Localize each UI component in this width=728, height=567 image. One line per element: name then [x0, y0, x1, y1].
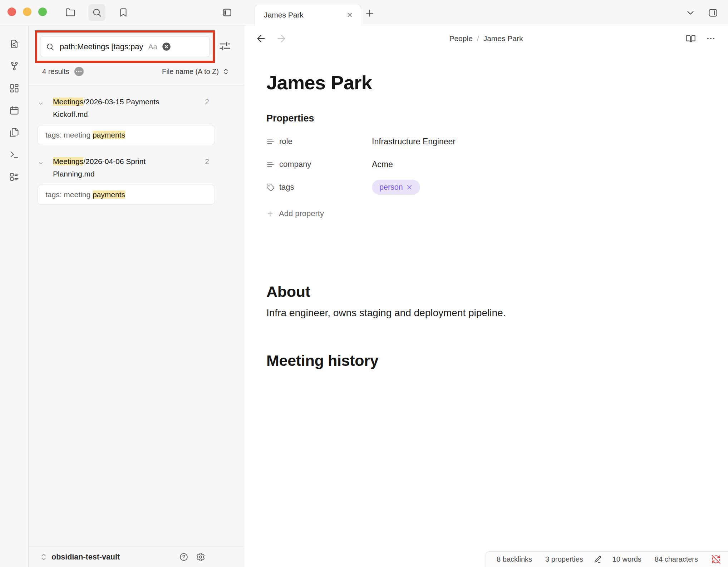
tab-james-park[interactable]: James Park	[255, 4, 361, 26]
sync-error-icon[interactable]	[711, 554, 721, 564]
graph-icon	[9, 61, 19, 71]
layout-list-ribbon-button[interactable]	[9, 172, 19, 182]
vault-footer: obsidian-test-vault	[29, 547, 244, 567]
more-options-button[interactable]	[706, 34, 716, 44]
files-icon	[9, 128, 19, 138]
sort-order-control[interactable]: File name (A to Z)	[162, 68, 230, 76]
result-match-count: 2	[205, 95, 215, 108]
results-count: 4 results	[42, 68, 69, 76]
tab-list-button[interactable]	[685, 8, 696, 18]
chevron-down-icon	[38, 160, 44, 166]
breadcrumb-current[interactable]: James Park	[483, 34, 523, 43]
match-case-toggle[interactable]: Aa	[148, 43, 158, 51]
search-pane: path:Meetings [tags:pay Aa 4 results Fil…	[29, 25, 244, 567]
files-explorer-button[interactable]	[62, 4, 79, 21]
close-icon	[346, 11, 353, 19]
ellipsis-icon	[706, 34, 716, 44]
sort-order-label: File name (A to Z)	[162, 68, 219, 76]
tab-title: James Park	[264, 11, 344, 19]
book-open-icon	[686, 34, 696, 44]
character-count[interactable]: 84 characters	[655, 555, 698, 563]
terminal-icon	[9, 150, 19, 160]
collapse-result-icon[interactable]	[38, 155, 47, 166]
file-search-ribbon-button[interactable]	[9, 39, 19, 49]
search-tab-button[interactable]	[88, 4, 105, 21]
zoom-window-button[interactable]	[38, 8, 47, 16]
clear-search-button[interactable]	[162, 42, 171, 51]
plus-icon	[364, 8, 375, 19]
properties-heading: Properties	[266, 113, 728, 124]
search-query-text: path:Meetings [tags:pay	[60, 42, 143, 51]
gear-icon	[196, 552, 205, 562]
result-match-snippet[interactable]: tags: meeting payments	[38, 185, 215, 205]
word-count[interactable]: 10 words	[613, 555, 641, 563]
sliders-icon	[218, 40, 231, 53]
result-match-count: 2	[205, 155, 215, 168]
result-file-path: Meetings/2026-03-15 Payments Kickoff.md	[53, 95, 182, 120]
toggle-right-sidebar-button[interactable]	[708, 8, 718, 18]
settings-button[interactable]	[196, 552, 205, 562]
main-pane: James Park People /	[244, 0, 728, 567]
breadcrumb-parent[interactable]: People	[449, 34, 472, 43]
breadcrumb-separator: /	[477, 34, 479, 43]
toggle-left-sidebar-button[interactable]	[218, 4, 236, 21]
bookmark-icon	[118, 8, 128, 18]
search-input[interactable]: path:Meetings [tags:pay Aa	[40, 36, 210, 57]
result-file-title[interactable]: Meetings/2026-03-15 Payments Kickoff.md …	[38, 95, 215, 120]
property-value[interactable]: Infrastructure Engineer	[372, 137, 456, 146]
chevrons-up-down-icon	[222, 68, 230, 75]
results-more-badge[interactable]	[74, 67, 84, 76]
dashboard-icon	[9, 83, 19, 93]
property-value[interactable]: Acme	[372, 160, 393, 169]
text-property-icon	[266, 138, 275, 146]
search-icon	[92, 8, 102, 18]
reading-view-button[interactable]	[686, 34, 696, 44]
plus-icon	[266, 210, 274, 218]
close-window-button[interactable]	[8, 8, 16, 16]
vault-name[interactable]: obsidian-test-vault	[51, 553, 120, 562]
note-editor[interactable]: James Park Properties role Infrastructur…	[244, 52, 728, 567]
canvas-ribbon-button[interactable]	[9, 83, 19, 93]
breadcrumb: People / James Park	[244, 25, 728, 52]
tag-pill-person[interactable]: person	[372, 180, 420, 195]
property-key[interactable]: role	[266, 137, 372, 146]
templates-ribbon-button[interactable]	[9, 128, 19, 138]
annotation-highlight-box: path:Meetings [tags:pay Aa	[35, 30, 215, 63]
search-icon	[46, 43, 54, 51]
search-settings-button[interactable]	[218, 40, 231, 53]
result-file-title[interactable]: Meetings/2026-04-06 Sprint Planning.md 2	[38, 155, 215, 180]
property-key[interactable]: tags	[266, 183, 372, 192]
remove-tag-icon[interactable]	[406, 184, 413, 190]
daily-note-ribbon-button[interactable]	[9, 105, 19, 115]
bookmarks-button[interactable]	[115, 4, 132, 21]
new-tab-button[interactable]	[364, 8, 375, 19]
backlinks-count[interactable]: 8 backlinks	[497, 555, 532, 563]
vault-switcher-button[interactable]	[39, 553, 48, 561]
pencil-icon	[594, 555, 602, 564]
chevron-down-icon	[38, 100, 44, 107]
file-search-icon	[9, 39, 19, 49]
about-heading: About	[266, 283, 728, 300]
help-circle-icon	[179, 552, 188, 562]
x-circle-icon	[162, 42, 171, 51]
close-tab-button[interactable]	[344, 10, 355, 20]
text-property-icon	[266, 160, 275, 169]
collapse-result-icon[interactable]	[38, 95, 47, 107]
minimize-window-button[interactable]	[23, 8, 31, 16]
panel-right-icon	[708, 8, 718, 18]
properties-count[interactable]: 3 properties	[545, 555, 583, 563]
result-file-path: Meetings/2026-04-06 Sprint Planning.md	[53, 155, 182, 180]
tab-bar: James Park	[244, 0, 728, 25]
terminal-ribbon-button[interactable]	[9, 150, 19, 160]
result-match-snippet[interactable]: tags: meeting payments	[38, 125, 215, 145]
panel-left-icon	[222, 7, 232, 18]
calendar-icon	[9, 105, 19, 115]
status-bar: 8 backlinks 3 properties 10 words 84 cha…	[486, 551, 728, 567]
add-property-button[interactable]: Add property	[266, 202, 728, 225]
property-row-role: role Infrastructure Engineer	[266, 130, 728, 153]
property-key[interactable]: company	[266, 160, 372, 169]
traffic-lights	[8, 8, 47, 16]
help-button[interactable]	[179, 552, 188, 562]
edit-mode-icon[interactable]	[594, 555, 602, 564]
graph-view-ribbon-button[interactable]	[9, 61, 19, 71]
